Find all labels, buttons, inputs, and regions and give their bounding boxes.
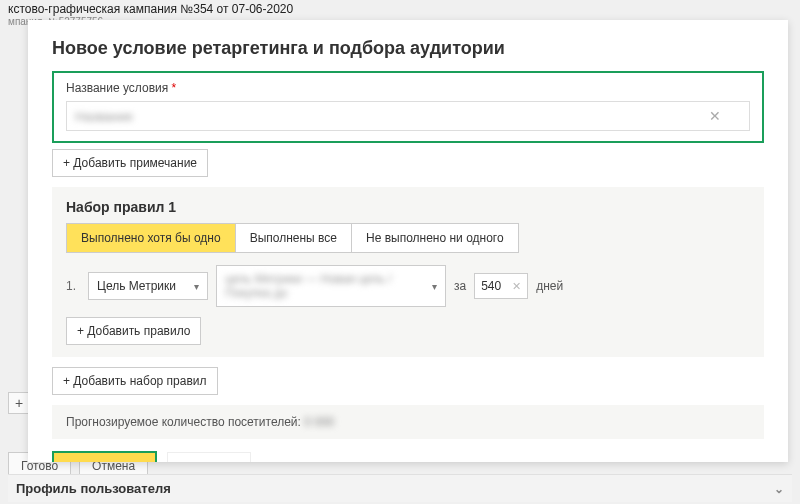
za-label: за: [454, 279, 466, 293]
rule-row: 1. Цель Метрики ▾ цель Метрики — Новая ц…: [66, 265, 750, 307]
segment-all[interactable]: Выполнены все: [236, 224, 352, 252]
chevron-down-icon: ▾: [432, 281, 437, 292]
ruleset-block: Набор правил 1 Выполнено хотя бы одно Вы…: [52, 187, 764, 357]
chevron-down-icon: ▾: [194, 281, 199, 292]
condition-name-block: Название условия * Название ✕: [52, 71, 764, 143]
save-button[interactable]: Сохранить: [54, 453, 155, 462]
chevron-down-icon: ⌄: [774, 482, 784, 496]
days-input[interactable]: 540 ✕: [474, 273, 528, 299]
rule-number: 1.: [66, 279, 80, 293]
goal-value-select[interactable]: цель Метрики — Новая цель / Покупка до ▾: [216, 265, 446, 307]
days-label: дней: [536, 279, 563, 293]
ruleset-title: Набор правил 1: [66, 199, 750, 215]
cancel-button[interactable]: Отмена: [167, 452, 252, 462]
match-mode-segment: Выполнено хотя бы одно Выполнены все Не …: [66, 223, 519, 253]
clear-icon[interactable]: ✕: [709, 108, 721, 124]
add-note-button[interactable]: + Добавить примечание: [52, 149, 208, 177]
campaign-header: кстово-графическая кампания №354 от 07-0…: [8, 0, 792, 16]
days-value: 540: [481, 279, 501, 293]
condition-name-value: Название: [75, 109, 133, 124]
forecast-label: Прогнозируемое количество посетителей:: [66, 415, 304, 429]
retargeting-modal: Новое условие ретаргетинга и подбора ауд…: [28, 20, 788, 462]
modal-footer: Сохранить Отмена: [52, 451, 764, 462]
bg-add-button[interactable]: +: [8, 392, 30, 414]
add-ruleset-button[interactable]: + Добавить набор правил: [52, 367, 218, 395]
forecast-block: Прогнозируемое количество посетителей: 0…: [52, 405, 764, 439]
clear-icon[interactable]: ✕: [512, 280, 521, 293]
profile-section-label: Профиль пользователя: [16, 481, 171, 496]
segment-none[interactable]: Не выполнено ни одного: [352, 224, 518, 252]
goal-type-select[interactable]: Цель Метрики ▾: [88, 272, 208, 300]
goal-type-value: Цель Метрики: [97, 279, 176, 293]
condition-name-input[interactable]: Название ✕: [66, 101, 750, 131]
profile-section-header[interactable]: Профиль пользователя ⌄: [8, 474, 792, 502]
segment-at-least-one[interactable]: Выполнено хотя бы одно: [67, 224, 236, 252]
goal-value-text: цель Метрики — Новая цель / Покупка до: [225, 272, 422, 300]
required-asterisk: *: [172, 81, 177, 95]
condition-name-label: Название условия *: [66, 81, 750, 95]
modal-title: Новое условие ретаргетинга и подбора ауд…: [52, 38, 764, 59]
forecast-value: 0 000: [304, 415, 334, 429]
add-rule-button[interactable]: + Добавить правило: [66, 317, 201, 345]
